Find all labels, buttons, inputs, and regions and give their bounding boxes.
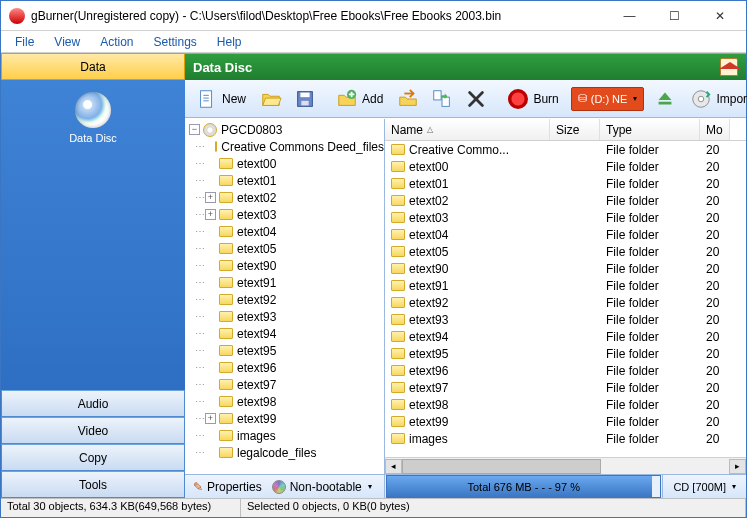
folder-icon: [219, 345, 233, 356]
expand-icon[interactable]: +: [205, 413, 216, 424]
properties-button[interactable]: ✎ Properties: [193, 480, 262, 494]
home-icon[interactable]: [720, 58, 738, 76]
chevron-down-icon: ▾: [633, 94, 637, 103]
menu-file[interactable]: File: [5, 33, 44, 51]
folder-icon: [391, 161, 405, 172]
file-name: etext93: [409, 313, 448, 327]
list-row[interactable]: imagesFile folder20: [385, 430, 746, 447]
list-row[interactable]: etext00File folder20: [385, 158, 746, 175]
menu-view[interactable]: View: [44, 33, 90, 51]
capacity-gauge[interactable]: Total 676 MB - - - 97 %: [386, 475, 661, 498]
disc-capacity-select[interactable]: CD [700M] ▾: [662, 475, 746, 498]
category-video[interactable]: Video: [1, 417, 185, 444]
list-row[interactable]: etext92File folder20: [385, 294, 746, 311]
folder-icon: [391, 195, 405, 206]
list-row[interactable]: etext94File folder20: [385, 328, 746, 345]
tree-item[interactable]: ⋯+etext98: [185, 393, 384, 410]
tree-item[interactable]: ⋯+etext92: [185, 291, 384, 308]
tree-label: etext98: [237, 395, 276, 409]
list-row[interactable]: etext91File folder20: [385, 277, 746, 294]
file-mod: 20: [700, 177, 730, 191]
import-button[interactable]: Import: [683, 84, 747, 114]
list-body[interactable]: Creative Commo...File folder20etext00Fil…: [385, 141, 746, 457]
tree-item[interactable]: ⋯+etext04: [185, 223, 384, 240]
tree-item[interactable]: ⋯+etext90: [185, 257, 384, 274]
tree-item[interactable]: ⋯+etext91: [185, 274, 384, 291]
list-row[interactable]: etext97File folder20: [385, 379, 746, 396]
tree-item[interactable]: ⋯+images: [185, 427, 384, 444]
tree-item[interactable]: ⋯+etext03: [185, 206, 384, 223]
convert-button[interactable]: [426, 84, 458, 114]
menu-settings[interactable]: Settings: [144, 33, 207, 51]
svg-rect-5: [300, 92, 309, 97]
list-row[interactable]: etext02File folder20: [385, 192, 746, 209]
new-button[interactable]: New: [189, 84, 253, 114]
tree-item[interactable]: ⋯+etext01: [185, 172, 384, 189]
menu-help[interactable]: Help: [207, 33, 252, 51]
extract-icon: [397, 88, 419, 110]
burn-button[interactable]: Burn: [500, 84, 565, 114]
scroll-thumb[interactable]: [402, 459, 601, 474]
bootable-toggle[interactable]: Non-bootable ▾: [272, 480, 372, 494]
delete-button[interactable]: [460, 84, 492, 114]
list-row[interactable]: etext90File folder20: [385, 260, 746, 277]
data-disc-icon[interactable]: [75, 92, 111, 128]
open-folder-button[interactable]: [255, 84, 287, 114]
tree-item[interactable]: ⋯+etext00: [185, 155, 384, 172]
column-name[interactable]: Name△: [385, 119, 550, 140]
column-modified[interactable]: Mo: [700, 119, 730, 140]
list-row[interactable]: etext04File folder20: [385, 226, 746, 243]
column-size[interactable]: Size: [550, 119, 600, 140]
horizontal-scrollbar[interactable]: ◂ ▸: [385, 457, 746, 474]
file-type: File folder: [600, 347, 700, 361]
tree-root[interactable]: −PGCD0803: [185, 121, 384, 138]
category-data[interactable]: Data: [1, 53, 185, 80]
file-type: File folder: [600, 364, 700, 378]
tree-item[interactable]: ⋯+etext93: [185, 308, 384, 325]
folder-icon: [391, 280, 405, 291]
category-tools[interactable]: Tools: [1, 471, 185, 498]
tree-item[interactable]: ⋯+etext05: [185, 240, 384, 257]
save-button[interactable]: [289, 84, 321, 114]
list-row[interactable]: Creative Commo...File folder20: [385, 141, 746, 158]
list-row[interactable]: etext96File folder20: [385, 362, 746, 379]
tree-item[interactable]: ⋯+Creative Commons Deed_files: [185, 138, 384, 155]
tree-item[interactable]: ⋯+etext95: [185, 342, 384, 359]
list-row[interactable]: etext01File folder20: [385, 175, 746, 192]
scroll-left-arrow[interactable]: ◂: [385, 459, 402, 474]
category-copy[interactable]: Copy: [1, 444, 185, 471]
minimize-button[interactable]: —: [607, 2, 652, 30]
file-name: etext03: [409, 211, 448, 225]
folder-icon: [219, 362, 233, 373]
tree-item[interactable]: ⋯+legalcode_files: [185, 444, 384, 461]
drive-select[interactable]: ⛁ (D:) NE ▾: [568, 84, 648, 114]
menu-action[interactable]: Action: [90, 33, 143, 51]
list-row[interactable]: etext03File folder20: [385, 209, 746, 226]
file-mod: 20: [700, 330, 730, 344]
list-row[interactable]: etext05File folder20: [385, 243, 746, 260]
file-type: File folder: [600, 330, 700, 344]
add-button[interactable]: Add: [329, 84, 390, 114]
folder-icon: [391, 399, 405, 410]
tree-item[interactable]: ⋯+etext99: [185, 410, 384, 427]
list-row[interactable]: etext95File folder20: [385, 345, 746, 362]
app-icon: [9, 8, 25, 24]
scroll-right-arrow[interactable]: ▸: [729, 459, 746, 474]
tree-item[interactable]: ⋯+etext96: [185, 359, 384, 376]
tree-item[interactable]: ⋯+etext02: [185, 189, 384, 206]
category-audio[interactable]: Audio: [1, 390, 185, 417]
close-button[interactable]: ✕: [697, 2, 742, 30]
maximize-button[interactable]: ☐: [652, 2, 697, 30]
folder-tree[interactable]: −PGCD0803⋯+Creative Commons Deed_files⋯+…: [185, 119, 385, 474]
expand-icon[interactable]: +: [205, 209, 216, 220]
expand-icon[interactable]: +: [205, 192, 216, 203]
list-row[interactable]: etext99File folder20: [385, 413, 746, 430]
tree-item[interactable]: ⋯+etext97: [185, 376, 384, 393]
tree-item[interactable]: ⋯+etext94: [185, 325, 384, 342]
list-row[interactable]: etext98File folder20: [385, 396, 746, 413]
list-row[interactable]: etext93File folder20: [385, 311, 746, 328]
collapse-icon[interactable]: −: [189, 124, 200, 135]
column-type[interactable]: Type: [600, 119, 700, 140]
extract-button[interactable]: [392, 84, 424, 114]
eject-button[interactable]: [649, 84, 681, 114]
